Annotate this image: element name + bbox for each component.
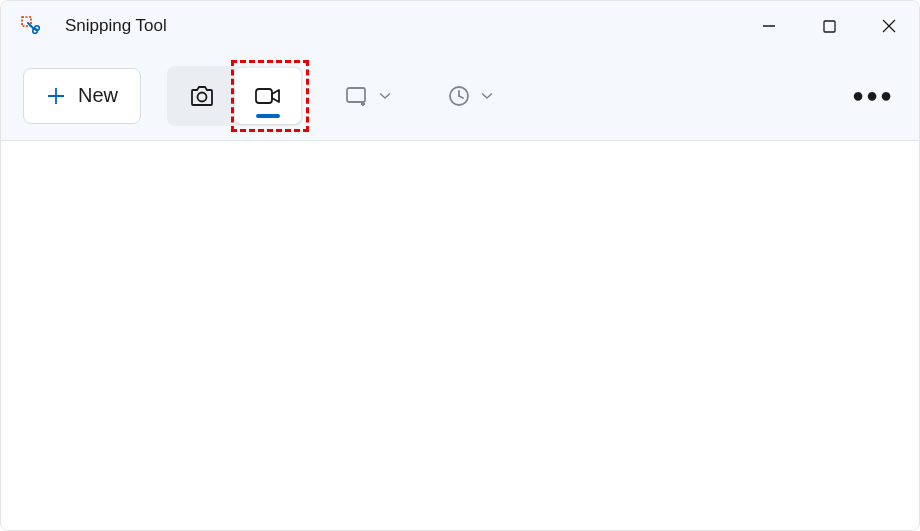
mode-toggle-group <box>167 66 303 126</box>
minimize-button[interactable] <box>739 1 799 51</box>
content-area <box>1 141 919 530</box>
snip-mode-button[interactable] <box>169 68 235 124</box>
delay-dropdown[interactable] <box>433 68 507 124</box>
app-title: Snipping Tool <box>65 16 739 36</box>
new-button-label: New <box>78 84 118 107</box>
clock-icon <box>447 84 471 108</box>
rectangle-icon <box>345 85 369 107</box>
plus-icon <box>46 86 66 106</box>
window-controls <box>739 1 919 51</box>
ellipsis-icon: ●●● <box>852 84 894 107</box>
svg-rect-11 <box>347 88 365 102</box>
svg-point-2 <box>35 26 40 31</box>
record-mode-button[interactable] <box>235 68 301 124</box>
chevron-down-icon <box>379 92 391 100</box>
close-button[interactable] <box>859 1 919 51</box>
camera-icon <box>188 82 216 110</box>
more-button[interactable]: ●●● <box>849 72 897 120</box>
new-button[interactable]: New <box>23 68 141 124</box>
svg-point-9 <box>198 92 207 101</box>
chevron-down-icon <box>481 92 493 100</box>
minimize-icon <box>762 19 776 33</box>
svg-rect-4 <box>824 21 835 32</box>
close-icon <box>882 19 896 33</box>
svg-line-16 <box>459 96 463 98</box>
maximize-icon <box>823 20 836 33</box>
app-icon <box>21 16 41 36</box>
titlebar: Snipping Tool <box>1 1 919 51</box>
shape-mode-dropdown[interactable] <box>331 68 405 124</box>
toolbar: New <box>1 51 919 141</box>
video-icon <box>253 83 283 109</box>
maximize-button[interactable] <box>799 1 859 51</box>
svg-rect-10 <box>256 89 272 103</box>
